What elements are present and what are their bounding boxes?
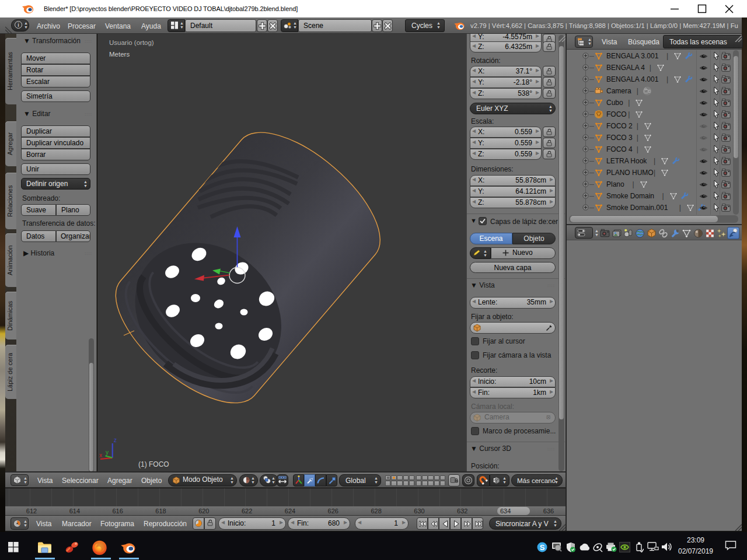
- svg-text:Usuario (ortog): Usuario (ortog): [109, 39, 154, 46]
- svg-text:x: x: [99, 452, 102, 459]
- svg-text:S: S: [540, 543, 545, 552]
- svg-text:z: z: [114, 437, 117, 443]
- svg-text:Meters: Meters: [109, 51, 130, 58]
- svg-text:(1) FOCO: (1) FOCO: [138, 460, 169, 468]
- svg-text:y: y: [106, 449, 109, 456]
